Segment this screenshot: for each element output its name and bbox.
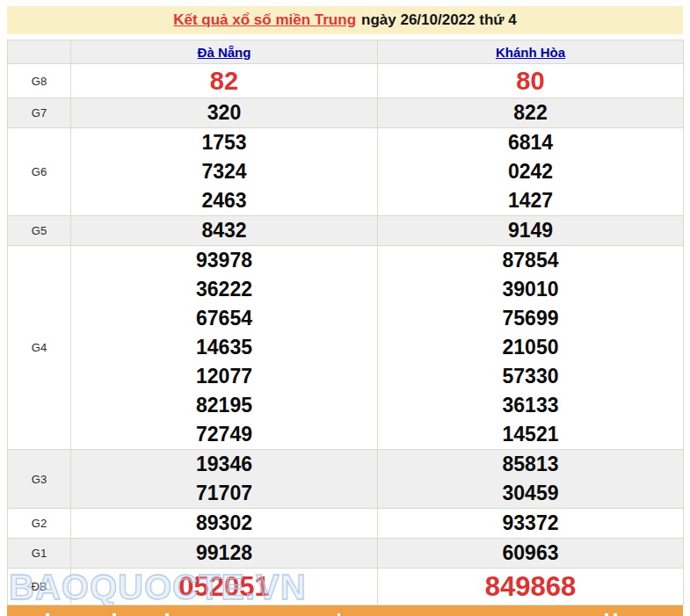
prize-cell-da-nang: 320	[71, 98, 378, 128]
prize-number: 320	[71, 98, 377, 127]
prize-number: 6814	[378, 128, 683, 157]
prize-number: 99128	[71, 539, 377, 568]
prize-number: 849868	[378, 569, 683, 605]
lottery-results-page: Kết quả xổ số miền Trung ngày 26/10/2022…	[0, 0, 690, 616]
results-table: Đà Nẵng Khánh Hòa G88280G7320822G6175373…	[7, 40, 684, 605]
header-empty-cell	[8, 40, 71, 64]
prize-number: 14635	[71, 333, 377, 362]
prize-number: 1753	[71, 128, 377, 157]
prize-cell-da-nang: 1934671707	[71, 450, 378, 509]
prize-number: 80	[378, 64, 683, 98]
prize-number: 60963	[378, 539, 683, 568]
prize-number: 87854	[378, 246, 683, 275]
prize-row: G28930293372	[8, 509, 684, 539]
prize-label: G8	[8, 64, 71, 98]
prize-number: 36222	[71, 275, 377, 304]
prize-row: G493978362226765414635120778219572749878…	[8, 246, 684, 450]
prize-cell-da-nang: 99128	[71, 539, 378, 569]
prize-cell-da-nang: 175373242463	[71, 128, 378, 216]
bottom-orange-bar	[7, 605, 683, 616]
prize-row: G7320822	[8, 98, 684, 128]
prize-label: ĐB	[8, 569, 71, 605]
prize-number: 67654	[71, 304, 377, 333]
prize-number: 12077	[71, 362, 377, 391]
header-row: Đà Nẵng Khánh Hòa	[8, 40, 684, 64]
prize-cell-khanh-hoa: 80	[378, 64, 684, 98]
prize-cell-da-nang: 052051	[71, 569, 378, 605]
prize-cell-khanh-hoa: 93372	[378, 509, 684, 539]
prize-number: 39010	[378, 275, 683, 304]
prize-number: 8432	[71, 216, 377, 245]
prize-number: 36133	[378, 391, 683, 420]
prize-row: G319346717078581330459	[8, 450, 684, 509]
prize-cell-khanh-hoa: 9149	[378, 216, 684, 246]
prize-cell-khanh-hoa: 849868	[378, 569, 684, 605]
prize-number: 7324	[71, 157, 377, 186]
prize-number: 0242	[378, 157, 683, 186]
prize-number: 14521	[378, 420, 683, 449]
prize-number: 82	[71, 64, 377, 98]
prize-label: G4	[8, 246, 71, 450]
prize-number: 72749	[71, 420, 377, 449]
prize-cell-khanh-hoa: 822	[378, 98, 684, 128]
prize-row: G88280	[8, 64, 684, 98]
title-date: ngày 26/10/2022 thứ 4	[361, 11, 517, 29]
da-nang-link[interactable]: Đà Nẵng	[198, 45, 251, 60]
prize-number: 57330	[378, 362, 683, 391]
prize-label: G6	[8, 128, 71, 216]
prize-cell-khanh-hoa: 60963	[378, 539, 684, 569]
prize-number: 82195	[71, 391, 377, 420]
prize-cell-khanh-hoa: 87854390107569921050573303613314521	[378, 246, 684, 450]
prize-row: G584329149	[8, 216, 684, 246]
prize-cell-da-nang: 8432	[71, 216, 378, 246]
prize-cell-da-nang: 93978362226765414635120778219572749	[71, 246, 378, 450]
prize-number: 052051	[71, 569, 377, 605]
prize-number: 89302	[71, 509, 377, 538]
prize-row: ĐB052051849868	[8, 569, 684, 605]
prize-number: 822	[378, 98, 683, 127]
prize-number: 93978	[71, 246, 377, 275]
prize-number: 2463	[71, 186, 377, 215]
prize-row: G19912860963	[8, 539, 684, 569]
prize-row: G6175373242463681402421427	[8, 128, 684, 216]
prize-cell-da-nang: 82	[71, 64, 378, 98]
prize-number: 21050	[378, 333, 683, 362]
prize-number: 19346	[71, 450, 377, 479]
prize-number: 1427	[378, 186, 683, 215]
prize-number: 30459	[378, 479, 683, 508]
header-khanh-hoa: Khánh Hòa	[378, 40, 684, 64]
prize-label: G7	[8, 98, 71, 128]
prize-number: 9149	[378, 216, 683, 245]
title-link[interactable]: Kết quả xổ số miền Trung	[173, 11, 356, 29]
prize-label: G2	[8, 509, 71, 539]
khanh-hoa-link[interactable]: Khánh Hòa	[496, 45, 565, 60]
prize-label: G5	[8, 216, 71, 246]
header-da-nang: Đà Nẵng	[71, 40, 378, 64]
prize-cell-khanh-hoa: 8581330459	[378, 450, 684, 509]
prize-label: G1	[8, 539, 71, 569]
prize-cell-da-nang: 89302	[71, 509, 378, 539]
prize-number: 85813	[378, 450, 683, 479]
prize-number: 75699	[378, 304, 683, 333]
prize-label: G3	[8, 450, 71, 509]
prize-number: 71707	[71, 479, 377, 508]
prize-cell-khanh-hoa: 681402421427	[378, 128, 684, 216]
page-title: Kết quả xổ số miền Trung ngày 26/10/2022…	[7, 6, 683, 34]
prize-number: 93372	[378, 509, 683, 538]
